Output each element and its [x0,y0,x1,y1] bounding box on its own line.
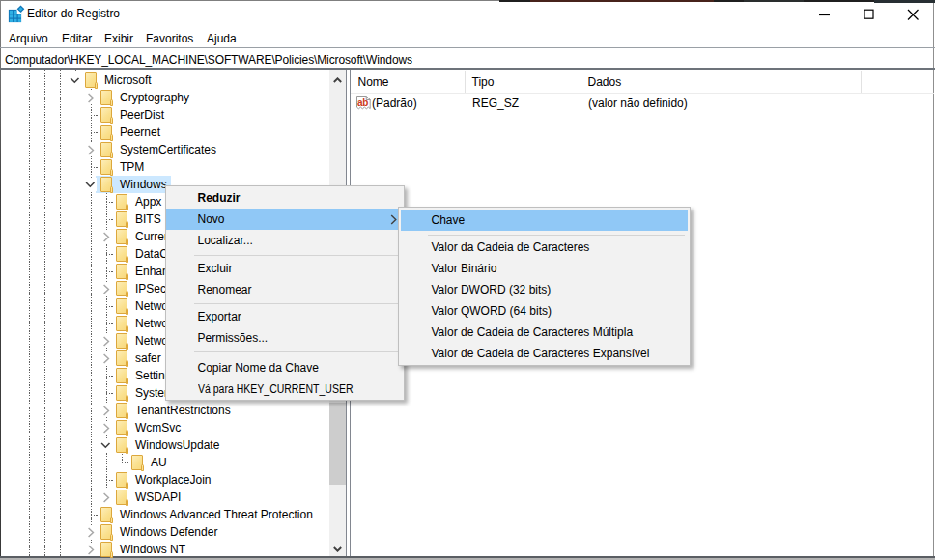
svg-text:ab: ab [357,98,368,108]
